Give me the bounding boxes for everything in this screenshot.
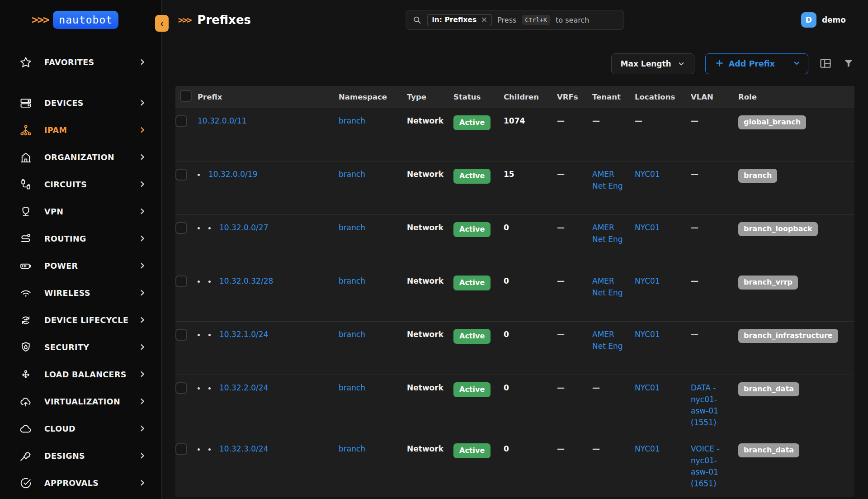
role-badge[interactable]: branch_data (738, 443, 799, 457)
sidebar-item-power[interactable]: POWER› (0, 252, 161, 280)
tenant-link[interactable]: AMER Net Eng (592, 223, 623, 244)
namespace-link[interactable]: branch (339, 383, 365, 392)
role-badge[interactable]: global_branch (738, 115, 806, 129)
column-header-vrfs[interactable]: VRFs (557, 93, 592, 101)
namespace-link[interactable]: branch (339, 223, 365, 232)
sidebar-item-label: ORGANIZATION (44, 153, 114, 162)
prefix-cell: 10.32.0.0/27 (198, 215, 339, 268)
title-chevrons-icon: >>> (178, 15, 191, 25)
tenant-link[interactable]: AMER Net Eng (592, 170, 623, 190)
row-checkbox[interactable] (175, 222, 187, 234)
vlan-link[interactable]: VOICE - nyc01-asw-01 (1651) (691, 444, 720, 488)
status-cell: Active (453, 162, 504, 214)
locations-empty: — (635, 116, 642, 125)
sidebar-item-cloud[interactable]: CLOUD› (0, 415, 161, 442)
column-header-prefix[interactable]: Prefix (198, 93, 339, 101)
role-badge[interactable]: branch (738, 169, 777, 183)
max-length-dropdown[interactable]: Max Length (611, 53, 694, 74)
table-body: 10.32.0.0/11branchNetworkActive1074————g… (175, 108, 854, 497)
column-header-status[interactable]: Status (453, 93, 504, 101)
sidebar-item-label: CIRCUITS (44, 180, 87, 189)
column-header-namespace[interactable]: Namespace (339, 93, 407, 101)
vrfs-empty: — (557, 116, 565, 125)
column-header-locations[interactable]: Locations (635, 93, 691, 101)
status-cell: Active (453, 108, 504, 161)
user-menu[interactable]: D demo (801, 12, 846, 28)
max-length-label: Max Length (621, 59, 671, 68)
sidebar-item-designs[interactable]: DESIGNS› (0, 442, 161, 470)
namespace-link[interactable]: branch (339, 276, 365, 285)
locations-link[interactable]: NYC01 (635, 330, 660, 339)
avatar: D (801, 12, 816, 28)
prefix-link[interactable]: 10.32.2.0/24 (219, 383, 268, 392)
row-checkbox[interactable] (175, 276, 187, 287)
row-checkbox[interactable] (175, 443, 187, 455)
column-header-children[interactable]: Children (504, 93, 557, 101)
row-checkbox[interactable] (175, 169, 187, 181)
sidebar-item-label: POWER (44, 261, 78, 271)
sidebar-item-approvals[interactable]: APPROVALS› (0, 470, 161, 497)
search-scope-chip[interactable]: in: Prefixes (427, 14, 492, 26)
role-badge[interactable]: branch_loopback (738, 222, 818, 236)
sidebar-item-routing[interactable]: ROUTING› (0, 225, 161, 252)
sidebar-item-load-balancers[interactable]: LOAD BALANCERS› (0, 361, 161, 388)
row-checkbox[interactable] (175, 329, 187, 341)
sidebar-item-organization[interactable]: ORGANIZATION› (0, 144, 161, 171)
namespace-link[interactable]: branch (339, 330, 365, 339)
sidebar-item-circuits[interactable]: CIRCUITS› (0, 171, 161, 198)
prefix-link[interactable]: 10.32.0.0/27 (219, 223, 268, 232)
locations-link[interactable]: NYC01 (635, 444, 660, 453)
column-header-role[interactable]: Role (738, 93, 854, 101)
sidebar-item-vpn[interactable]: VPN› (0, 198, 161, 225)
namespace-link[interactable]: branch (339, 116, 365, 125)
tenant-empty: — (592, 116, 600, 125)
tenant-cell: AMER Net Eng (592, 162, 635, 214)
prefix-link[interactable]: 10.32.3.0/24 (219, 444, 268, 453)
prefix-link[interactable]: 10.32.0.0/11 (198, 116, 246, 125)
vlan-link[interactable]: DATA - nyc01-asw-01 (1551) (691, 383, 718, 427)
tenant-link[interactable]: AMER Net Eng (592, 330, 623, 351)
namespace-link[interactable]: branch (339, 170, 365, 179)
sidebar-item-virtualization[interactable]: VIRTUALIZATION› (0, 388, 161, 415)
vpn-icon (19, 205, 33, 219)
add-prefix-button[interactable]: Add Prefix (706, 54, 785, 74)
sidebar-item-devices[interactable]: DEVICES› (0, 90, 161, 117)
sidebar-item-ipam[interactable]: IPAM› (0, 117, 161, 144)
vlan-empty: — (691, 330, 698, 339)
column-header-vlan[interactable]: VLAN (691, 93, 738, 101)
locations-link[interactable]: NYC01 (635, 383, 660, 392)
role-badge[interactable]: branch_data (738, 382, 799, 396)
namespace-link[interactable]: branch (339, 444, 365, 453)
top-bar: >>> Prefixes in: Prefixes Press Ctrl+K (162, 0, 868, 40)
prefix-link[interactable]: 10.32.0.0/19 (208, 170, 257, 179)
sidebar-item-favorites[interactable]: FAVORITES› (0, 49, 161, 76)
brand-logo[interactable]: >>> nautobot (0, 0, 161, 40)
sidebar-collapse-button[interactable]: ‹ (155, 15, 169, 32)
locations-link[interactable]: NYC01 (635, 170, 660, 179)
chevron-right-icon: › (140, 394, 145, 408)
sidebar-item-wireless[interactable]: WIRELESS› (0, 280, 161, 307)
sidebar-item-device-lifecycle[interactable]: DEVICE LIFECYCLE› (0, 307, 161, 334)
namespace-cell: branch (339, 268, 407, 321)
role-badge[interactable]: branch_vrrp (738, 276, 798, 290)
column-header-tenant[interactable]: Tenant (592, 93, 635, 101)
prefix-cell: 10.32.1.0/24 (198, 322, 339, 375)
prefix-link[interactable]: 10.32.1.0/24 (219, 330, 268, 339)
tenant-link[interactable]: AMER Net Eng (592, 276, 623, 297)
select-all-checkbox[interactable] (180, 90, 192, 102)
column-header-type[interactable]: Type (407, 93, 453, 101)
prefix-link[interactable]: 10.32.0.32/28 (219, 276, 273, 285)
locations-link[interactable]: NYC01 (635, 276, 660, 285)
children-cell: 0 (504, 375, 557, 436)
filter-button[interactable] (843, 57, 854, 71)
locations-link[interactable]: NYC01 (635, 223, 660, 232)
close-icon[interactable] (481, 17, 487, 23)
role-badge[interactable]: branch_infrastructure (738, 329, 838, 343)
add-prefix-caret-button[interactable] (785, 54, 808, 74)
sidebar-item-security[interactable]: SECURITY› (0, 334, 161, 361)
row-checkbox[interactable] (175, 382, 187, 394)
row-checkbox[interactable] (175, 115, 187, 127)
search-hint-suffix: to search (556, 16, 589, 24)
table-config-button[interactable] (819, 57, 832, 71)
global-search-input[interactable]: in: Prefixes Press Ctrl+K to search (406, 10, 624, 30)
